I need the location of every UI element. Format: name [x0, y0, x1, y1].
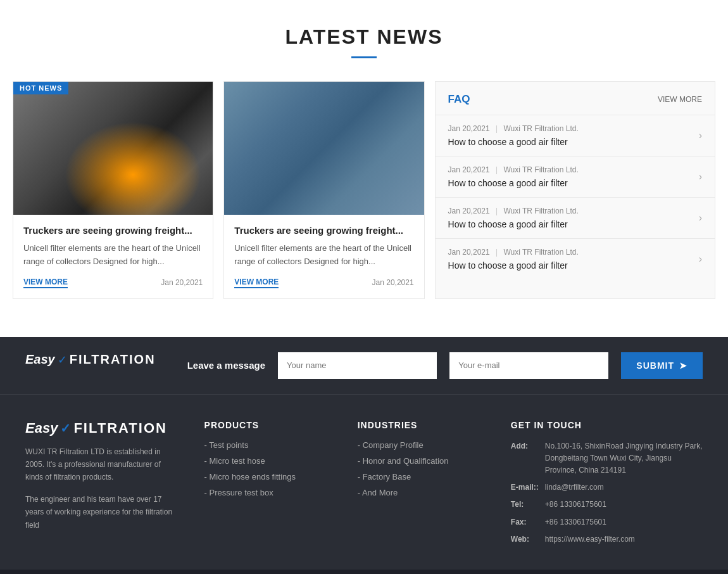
faq-item-4[interactable]: Jan 20,2021 | Wuxi TR Filtration Ltd. Ho…	[436, 239, 715, 279]
footer-contact-web: Web: https://www.easy-filter.com	[511, 533, 703, 545]
footer-contact-title: GET IN TOUCH	[511, 420, 703, 430]
faq-item-4-meta: Jan 20,2021 | Wuxi TR Filtration Ltd.	[448, 248, 579, 257]
brand-logo-easy: Easy	[25, 420, 58, 437]
news-card-2-title: Truckers are seeing growing freight...	[234, 225, 413, 236]
faq-item-3-title: How to choose a good air filter	[448, 219, 579, 229]
footer-main: Easy ✓ FILTRATION WUXI TR Filtration LTD…	[0, 395, 728, 570]
footer-brand: Easy ✓ FILTRATION WUXI TR Filtration LTD…	[25, 420, 179, 551]
news-card-2-body: Truckers are seeing growing freight... U…	[224, 215, 424, 298]
news-card-2-footer: VIEW MORE Jan 20,2021	[234, 277, 413, 288]
faq-chevron-3: ›	[699, 212, 702, 224]
footer-contact-col: GET IN TOUCH Add: No.100-16, ShixinRoad …	[511, 420, 703, 551]
news-card-2-view-more[interactable]: VIEW MORE	[234, 277, 279, 288]
footer-products-title: PRODUCTS	[204, 420, 332, 430]
footer-industry-item-2[interactable]: Honor and Qualification	[358, 456, 486, 466]
news-card-2-desc: Unicell filter elements are the heart of…	[234, 242, 413, 269]
footer-industry-item-1[interactable]: Company Profile	[358, 440, 486, 450]
footer-logo-easy: Easy	[25, 352, 55, 367]
news-card-1-footer: VIEW MORE Jan 20,2021	[23, 277, 203, 288]
faq-item-3-date: Jan 20,2021	[448, 207, 490, 215]
faq-separator-1: |	[496, 124, 498, 133]
faq-item-2-left: Jan 20,2021 | Wuxi TR Filtration Ltd. Ho…	[448, 165, 579, 188]
footer-email-input[interactable]	[449, 352, 608, 379]
faq-item-4-title: How to choose a good air filter	[448, 260, 579, 271]
brand-logo-filtration: FILTRATION	[73, 420, 167, 437]
news-card-2-date: Jan 20,2021	[372, 278, 414, 287]
faq-chevron-2: ›	[699, 171, 702, 182]
footer-contact-tel: Tel: +86 13306175601	[511, 499, 703, 511]
footer-email-value: linda@trfilter.com	[545, 482, 604, 494]
faq-item-1-source: Wuxi TR Filtration Ltd.	[503, 124, 578, 133]
footer-contact-address: Add: No.100-16, ShixinRoad Jingying Indu…	[511, 440, 703, 477]
faq-item-2[interactable]: Jan 20,2021 | Wuxi TR Filtration Ltd. Ho…	[436, 156, 715, 198]
news-card-1-view-more[interactable]: VIEW MORE	[23, 277, 68, 288]
footer-product-item-4[interactable]: Pressure test box	[204, 488, 332, 497]
news-card-2-image	[224, 82, 424, 215]
footer-fax-label: Fax:	[511, 516, 539, 528]
footer-product-item-1[interactable]: Test points	[204, 440, 332, 450]
faq-item-1-left: Jan 20,2021 | Wuxi TR Filtration Ltd. Ho…	[448, 124, 579, 147]
news-grid: HOT NEWS Truckers are seeing growing fre…	[13, 81, 715, 299]
footer-products-col: PRODUCTS Test points Micro test hose Mic…	[204, 420, 332, 551]
faq-item-1-date: Jan 20,2021	[448, 124, 490, 133]
footer-industries-title: INDUSTRIES	[358, 420, 486, 430]
faq-separator-2: |	[496, 165, 498, 174]
faq-chevron-1: ›	[699, 130, 702, 141]
footer-product-item-2[interactable]: Micro test hose	[204, 456, 332, 466]
news-card-1-date: Jan 20,2021	[161, 278, 203, 287]
footer-logo-filtration: FILTRATION	[70, 352, 156, 367]
news-card-2: Truckers are seeing growing freight... U…	[223, 81, 424, 299]
faq-title: FAQ	[448, 93, 470, 106]
footer-email-label: E-mail::	[511, 482, 539, 494]
footer-tel-value: +86 13306175601	[545, 499, 606, 511]
section-divider	[351, 56, 377, 58]
faq-item-3[interactable]: Jan 20,2021 | Wuxi TR Filtration Ltd. Ho…	[436, 198, 715, 239]
hot-badge: HOT NEWS	[13, 82, 68, 94]
latest-news-section: LATEST NEWS HOT NEWS Truckers are seeing…	[0, 0, 728, 337]
faq-item-1-meta: Jan 20,2021 | Wuxi TR Filtration Ltd.	[448, 124, 579, 133]
footer-leave-message: Leave a message	[187, 360, 265, 371]
footer-web-label: Web:	[511, 533, 539, 545]
footer-industry-item-3[interactable]: Factory Base	[358, 472, 486, 482]
footer-contact-bar: Easy ✓ FILTRATION Leave a message SUBMIT…	[0, 337, 728, 395]
footer-logo-checkmark: ✓	[58, 353, 67, 367]
news-card-1-body: Truckers are seeing growing freight... U…	[13, 215, 213, 298]
faq-item-4-source: Wuxi TR Filtration Ltd.	[503, 248, 578, 257]
faq-item-3-meta: Jan 20,2021 | Wuxi TR Filtration Ltd.	[448, 207, 579, 215]
news-card-1-image: HOT NEWS	[13, 82, 213, 215]
footer-fax-value: +86 13306175601	[545, 516, 606, 528]
news-card-1-desc: Unicell filter elements are the heart of…	[23, 242, 203, 269]
footer-logo: Easy ✓ FILTRATION	[25, 352, 156, 367]
faq-chevron-4: ›	[699, 253, 702, 265]
faq-view-more[interactable]: VIEW MORE	[658, 95, 702, 104]
faq-item-3-source: Wuxi TR Filtration Ltd.	[503, 207, 578, 215]
footer: Easy ✓ FILTRATION Leave a message SUBMIT…	[0, 337, 728, 574]
faq-item-2-meta: Jan 20,2021 | Wuxi TR Filtration Ltd.	[448, 165, 579, 174]
faq-item-2-title: How to choose a good air filter	[448, 178, 579, 188]
faq-item-3-left: Jan 20,2021 | Wuxi TR Filtration Ltd. Ho…	[448, 207, 579, 229]
footer-submit-button[interactable]: SUBMIT ➤	[621, 352, 703, 379]
section-title: LATEST NEWS	[13, 25, 715, 49]
faq-item-1[interactable]: Jan 20,2021 | Wuxi TR Filtration Ltd. Ho…	[436, 115, 715, 156]
footer-submit-label: SUBMIT	[636, 360, 674, 371]
faq-panel: FAQ VIEW MORE Jan 20,2021 | Wuxi TR Filt…	[435, 81, 715, 299]
footer-industries-col: INDUSTRIES Company Profile Honor and Qua…	[358, 420, 486, 551]
footer-address-label: Add:	[511, 440, 539, 477]
news-card-1: HOT NEWS Truckers are seeing growing fre…	[13, 81, 213, 299]
footer-contact-fax: Fax: +86 13306175601	[511, 516, 703, 528]
faq-item-2-source: Wuxi TR Filtration Ltd.	[503, 165, 578, 174]
faq-item-1-title: How to choose a good air filter	[448, 137, 579, 147]
footer-name-input[interactable]	[278, 352, 437, 379]
faq-item-4-left: Jan 20,2021 | Wuxi TR Filtration Ltd. Ho…	[448, 248, 579, 271]
footer-web-value: https://www.easy-filter.com	[545, 533, 635, 545]
footer-industry-item-4[interactable]: And More	[358, 488, 486, 497]
faq-separator-4: |	[496, 248, 498, 257]
faq-separator-3: |	[496, 207, 498, 215]
footer-brand-desc-2: The engineer and his team have over 17 y…	[25, 493, 179, 532]
footer-brand-logo: Easy ✓ FILTRATION	[25, 420, 179, 437]
footer-product-item-3[interactable]: Micro hose ends fittings	[204, 472, 332, 482]
faq-item-2-date: Jan 20,2021	[448, 165, 490, 174]
footer-bottom: Copyright © 2020-2025	[0, 570, 728, 574]
submit-arrow-icon: ➤	[679, 360, 687, 371]
faq-header: FAQ VIEW MORE	[436, 82, 715, 115]
